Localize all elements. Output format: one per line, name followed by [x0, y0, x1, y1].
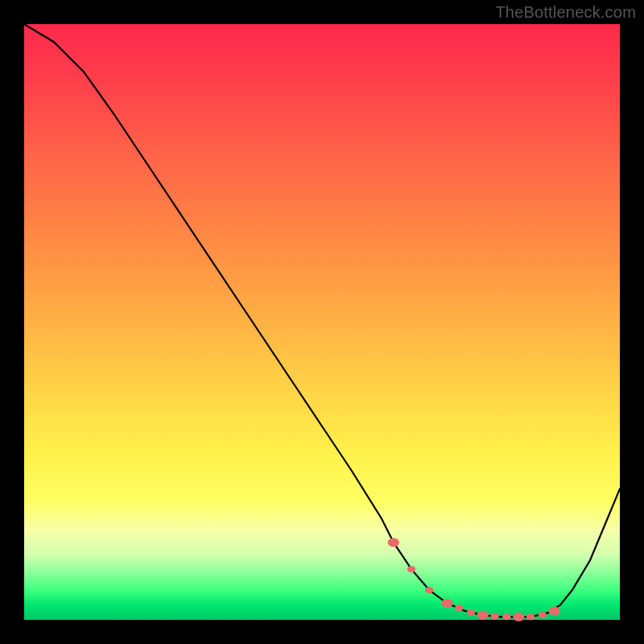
marker-point: [467, 609, 475, 616]
watermark-text: TheBottleneck.com: [495, 3, 636, 22]
marker-point: [455, 605, 463, 611]
chart-frame: TheBottleneck.com: [0, 0, 644, 644]
marker-point: [441, 599, 452, 608]
marker-point: [548, 606, 559, 615]
marker-group: [388, 538, 560, 621]
marker-point: [490, 613, 498, 620]
marker-point: [539, 612, 547, 618]
marker-point: [425, 587, 433, 593]
marker-point: [502, 613, 510, 620]
marker-point: [407, 566, 415, 572]
marker-point: [513, 613, 524, 621]
bottleneck-curve: [24, 24, 620, 617]
curve-svg: [24, 24, 620, 620]
marker-point: [388, 538, 399, 547]
marker-point: [477, 611, 489, 620]
marker-point: [526, 613, 535, 620]
plot-area: [24, 24, 620, 620]
